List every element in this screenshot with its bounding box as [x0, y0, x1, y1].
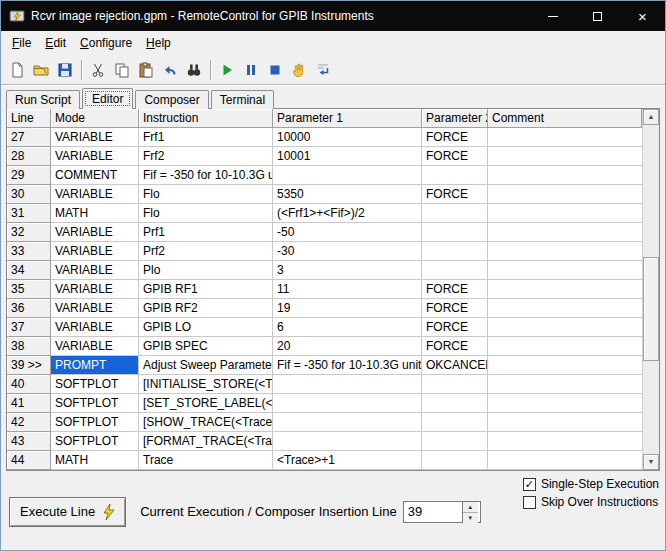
cell-mode[interactable]: VARIABLE	[51, 337, 139, 356]
cell-param1[interactable]: -50	[273, 223, 422, 242]
line-number-cell[interactable]: 40	[7, 375, 51, 394]
stop-button[interactable]	[263, 58, 287, 82]
spin-up-button[interactable]: ▲	[463, 502, 478, 513]
open-file-button[interactable]	[29, 58, 53, 82]
cell-param1[interactable]: (<Frf1>+<Fif>)/2	[273, 204, 422, 223]
cell-param2[interactable]	[422, 223, 488, 242]
spin-down-button[interactable]: ▼	[463, 513, 478, 523]
line-number-cell[interactable]: 27	[7, 128, 51, 147]
cell-mode[interactable]: MATH	[51, 451, 139, 470]
cell-param1[interactable]: Fif = -350 for 10-10.3G units, +3	[273, 356, 422, 375]
copy-button[interactable]	[110, 58, 134, 82]
cell-instruction[interactable]: [SHOW_TRACE(<Trace>,LEFT	[139, 413, 273, 432]
line-number-cell[interactable]: 31	[7, 204, 51, 223]
cell-param2[interactable]	[422, 166, 488, 185]
cell-comment[interactable]	[488, 128, 659, 147]
cell-comment[interactable]	[488, 432, 659, 451]
pause-button[interactable]	[239, 58, 263, 82]
cell-comment[interactable]	[488, 337, 659, 356]
line-number-cell[interactable]: 43	[7, 432, 51, 451]
vertical-scrollbar[interactable]: ▲ ▼	[642, 109, 659, 470]
cell-param2[interactable]	[422, 413, 488, 432]
cell-comment[interactable]	[488, 299, 659, 318]
line-number-cell[interactable]: 30	[7, 185, 51, 204]
cell-param1[interactable]	[273, 432, 422, 451]
cell-comment[interactable]	[488, 242, 659, 261]
minimize-button[interactable]	[530, 1, 575, 31]
cell-instruction[interactable]: Flo	[139, 185, 273, 204]
cell-param1[interactable]: 11	[273, 280, 422, 299]
cell-instruction[interactable]: GPIB LO	[139, 318, 273, 337]
cell-mode[interactable]: SOFTPLOT	[51, 394, 139, 413]
step-button[interactable]	[311, 58, 335, 82]
cell-param2[interactable]: FORCE	[422, 318, 488, 337]
line-number-cell[interactable]: 36	[7, 299, 51, 318]
line-number-cell[interactable]: 28	[7, 147, 51, 166]
cell-param2[interactable]	[422, 432, 488, 451]
column-header-parameter-2[interactable]: Parameter 2	[422, 109, 488, 128]
tab-composer[interactable]: Composer	[135, 90, 208, 109]
cell-instruction[interactable]: Adjust Sweep Parameters and	[139, 356, 273, 375]
menu-file[interactable]: File	[5, 31, 38, 55]
cell-param2[interactable]: FORCE	[422, 185, 488, 204]
line-number-cell[interactable]: 35	[7, 280, 51, 299]
cell-mode[interactable]: VARIABLE	[51, 261, 139, 280]
cell-instruction[interactable]: Flo	[139, 204, 273, 223]
cell-instruction[interactable]: [FORMAT_TRACE(<Trace>,R	[139, 432, 273, 451]
line-number-cell[interactable]: 39 >>	[7, 356, 51, 375]
cell-param2[interactable]: FORCE	[422, 280, 488, 299]
line-number-cell[interactable]: 38	[7, 337, 51, 356]
checkbox-box[interactable]: ✓	[523, 478, 536, 491]
scroll-up-button[interactable]: ▲	[643, 109, 659, 125]
cell-param1[interactable]: 10001	[273, 147, 422, 166]
cell-param2[interactable]	[422, 261, 488, 280]
cell-mode[interactable]: MATH	[51, 204, 139, 223]
line-number-cell[interactable]: 29	[7, 166, 51, 185]
cell-param2[interactable]: FORCE	[422, 299, 488, 318]
save-button[interactable]	[53, 58, 77, 82]
cell-param1[interactable]: -30	[273, 242, 422, 261]
cell-comment[interactable]	[488, 451, 659, 470]
cell-instruction[interactable]: Fif = -350 for 10-10.3G units, +3	[139, 166, 273, 185]
cell-mode[interactable]: VARIABLE	[51, 147, 139, 166]
checkbox-box[interactable]	[523, 496, 536, 509]
cell-param2[interactable]	[422, 242, 488, 261]
cell-mode[interactable]: SOFTPLOT	[51, 413, 139, 432]
cell-comment[interactable]	[488, 223, 659, 242]
line-number-cell[interactable]: 37	[7, 318, 51, 337]
cell-instruction[interactable]: Trace	[139, 451, 273, 470]
cell-comment[interactable]	[488, 375, 659, 394]
cell-comment[interactable]	[488, 147, 659, 166]
cell-comment[interactable]	[488, 204, 659, 223]
menu-configure[interactable]: Configure	[73, 31, 139, 55]
cell-param2[interactable]	[422, 394, 488, 413]
line-number-cell[interactable]: 41	[7, 394, 51, 413]
cell-mode[interactable]: VARIABLE	[51, 128, 139, 147]
cell-param1[interactable]	[273, 375, 422, 394]
line-number-cell[interactable]: 33	[7, 242, 51, 261]
cell-param1[interactable]: 5350	[273, 185, 422, 204]
cell-param2[interactable]: OKCANCEL	[422, 356, 488, 375]
line-number-cell[interactable]: 44	[7, 451, 51, 470]
cell-mode[interactable]: PROMPT	[51, 356, 139, 375]
cell-comment[interactable]	[488, 185, 659, 204]
line-number-cell[interactable]: 34	[7, 261, 51, 280]
run-button[interactable]	[215, 58, 239, 82]
cell-comment[interactable]	[488, 394, 659, 413]
line-number-cell[interactable]: 42	[7, 413, 51, 432]
cell-instruction[interactable]: GPIB RF2	[139, 299, 273, 318]
column-header-parameter-1[interactable]: Parameter 1	[273, 109, 422, 128]
cell-param1[interactable]	[273, 166, 422, 185]
cell-param1[interactable]: 19	[273, 299, 422, 318]
cell-param1[interactable]	[273, 394, 422, 413]
tab-editor[interactable]: Editor	[82, 88, 133, 109]
tab-terminal[interactable]: Terminal	[211, 90, 274, 109]
cell-instruction[interactable]: Plo	[139, 261, 273, 280]
column-header-instruction[interactable]: Instruction	[139, 109, 273, 128]
cell-comment[interactable]	[488, 166, 659, 185]
cell-param1[interactable]: 6	[273, 318, 422, 337]
cell-param2[interactable]: FORCE	[422, 128, 488, 147]
cell-mode[interactable]: VARIABLE	[51, 185, 139, 204]
cell-instruction[interactable]: GPIB RF1	[139, 280, 273, 299]
cell-mode[interactable]: VARIABLE	[51, 280, 139, 299]
